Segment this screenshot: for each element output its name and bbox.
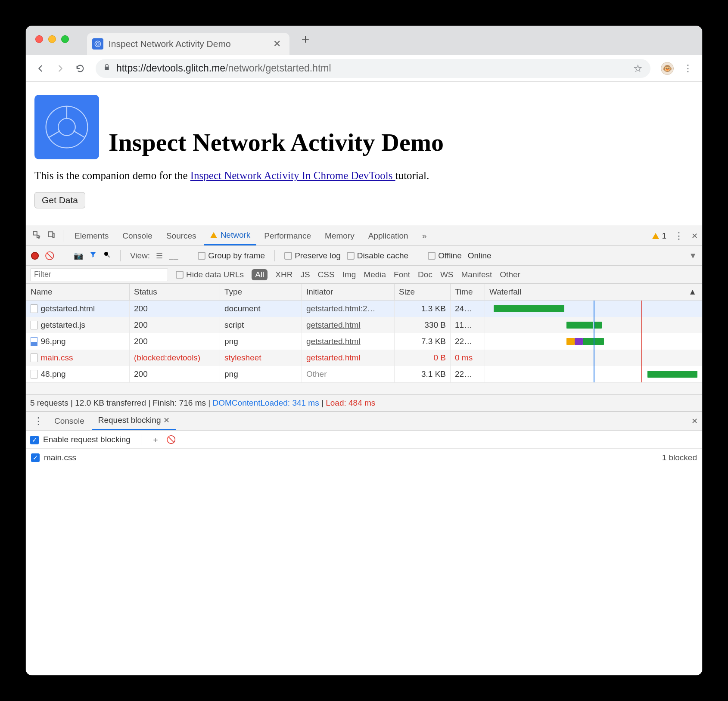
reload-button[interactable] bbox=[72, 60, 89, 77]
close-drawer-tab-button[interactable]: ✕ bbox=[163, 416, 170, 425]
filter-doc[interactable]: Doc bbox=[418, 270, 432, 279]
warnings-badge[interactable]: 1 bbox=[652, 231, 666, 241]
tab-application[interactable]: Application bbox=[362, 226, 414, 245]
col-name[interactable]: Name bbox=[26, 284, 130, 301]
browser-tab[interactable]: Inspect Network Activity Demo ✕ bbox=[87, 33, 289, 55]
col-status[interactable]: Status bbox=[130, 284, 220, 301]
filter-input[interactable] bbox=[30, 268, 168, 281]
camera-icon[interactable]: 📷 bbox=[74, 251, 83, 261]
drawer-tab-request-blocking[interactable]: Request blocking ✕ bbox=[92, 412, 176, 430]
device-toggle-icon[interactable] bbox=[45, 230, 58, 241]
initiator-link[interactable]: Other bbox=[306, 369, 327, 378]
col-initiator[interactable]: Initiator bbox=[302, 284, 395, 301]
col-time[interactable]: Time bbox=[451, 284, 485, 301]
chrome-logo-icon bbox=[34, 95, 99, 159]
hide-data-urls-checkbox[interactable]: Hide data URLs bbox=[176, 270, 244, 279]
col-type[interactable]: Type bbox=[220, 284, 302, 301]
bookmark-star-icon[interactable]: ☆ bbox=[633, 62, 643, 74]
table-row[interactable]: main.css(blocked:devtools)stylesheetgets… bbox=[26, 350, 702, 366]
offline-checkbox[interactable]: Offline bbox=[428, 251, 462, 261]
table-row[interactable]: 48.png200pngOther3.1 KB22… bbox=[26, 366, 702, 382]
disable-cache-checkbox[interactable]: Disable cache bbox=[347, 251, 408, 261]
svg-point-1 bbox=[96, 43, 99, 45]
waterfall-cell bbox=[489, 352, 697, 363]
tab-memory[interactable]: Memory bbox=[319, 226, 361, 245]
collapse-toolbar-icon[interactable]: ▼ bbox=[689, 251, 697, 261]
back-button[interactable] bbox=[32, 60, 49, 77]
tab-sources[interactable]: Sources bbox=[160, 226, 202, 245]
col-waterfall[interactable]: Waterfall▲ bbox=[485, 284, 702, 301]
search-icon[interactable] bbox=[103, 251, 111, 261]
col-size[interactable]: Size bbox=[395, 284, 451, 301]
close-drawer-button[interactable]: ✕ bbox=[691, 416, 698, 426]
file-icon bbox=[31, 321, 37, 329]
network-summary: 5 requests | 12.0 KB transferred | Finis… bbox=[26, 394, 702, 411]
chrome-menu-button[interactable]: ⋮ bbox=[680, 63, 696, 74]
tab-network[interactable]: Network bbox=[204, 226, 257, 245]
tab-console[interactable]: Console bbox=[116, 226, 159, 245]
view-label: View: bbox=[130, 251, 150, 261]
filter-icon[interactable] bbox=[89, 251, 97, 261]
throttling-select[interactable]: Online bbox=[468, 251, 492, 261]
devtools-favicon-icon bbox=[92, 38, 103, 50]
devtools: Elements Console Sources Network Perform… bbox=[26, 226, 702, 675]
drawer-tab-console[interactable]: Console bbox=[48, 412, 90, 430]
devtools-drawer: ⋮ Console Request blocking ✕ ✕ ✓Enable r… bbox=[26, 411, 702, 675]
remove-all-patterns-button[interactable]: 🚫 bbox=[166, 435, 176, 444]
minimize-window-button[interactable] bbox=[48, 35, 56, 43]
filter-css[interactable]: CSS bbox=[318, 270, 335, 279]
svg-point-3 bbox=[58, 118, 75, 136]
new-tab-button[interactable]: ＋ bbox=[289, 30, 321, 48]
devtools-close-button[interactable]: ✕ bbox=[691, 231, 698, 241]
filter-js[interactable]: JS bbox=[300, 270, 310, 279]
devtools-tabstrip: Elements Console Sources Network Perform… bbox=[26, 226, 702, 246]
initiator-link[interactable]: getstarted.html:2… bbox=[306, 304, 376, 313]
network-filter-row: Hide data URLs All XHR JS CSS Img Media … bbox=[26, 266, 702, 284]
clear-icon[interactable]: 🚫 bbox=[45, 251, 54, 261]
filter-manifest[interactable]: Manifest bbox=[461, 270, 492, 279]
network-table: Name Status Type Initiator Size Time Wat… bbox=[26, 284, 702, 382]
initiator-link[interactable]: getstarted.html bbox=[306, 337, 361, 346]
tab-performance[interactable]: Performance bbox=[258, 226, 317, 245]
add-pattern-button[interactable]: ＋ bbox=[152, 434, 159, 445]
profile-avatar[interactable]: 🐵 bbox=[661, 62, 674, 75]
url-path: /network/getstarted.html bbox=[225, 62, 331, 74]
blocked-pattern-row[interactable]: ✓ main.css 1 blocked bbox=[26, 449, 702, 467]
record-button[interactable] bbox=[31, 252, 39, 260]
inspect-element-icon[interactable] bbox=[30, 230, 43, 241]
group-by-frame-checkbox[interactable]: Group by frame bbox=[198, 251, 265, 261]
intro-link[interactable]: Inspect Network Activity In Chrome DevTo… bbox=[190, 170, 395, 181]
table-row[interactable]: getstarted.html200documentgetstarted.htm… bbox=[26, 301, 702, 317]
tab-elements[interactable]: Elements bbox=[68, 226, 115, 245]
table-row[interactable]: 96.png200pnggetstarted.html7.3 KB22… bbox=[26, 333, 702, 350]
more-tabs-button[interactable]: » bbox=[416, 226, 433, 245]
window-controls bbox=[35, 35, 69, 43]
overview-icon[interactable]: ⎯⎯ bbox=[169, 251, 178, 260]
forward-button[interactable] bbox=[52, 60, 69, 77]
maximize-window-button[interactable] bbox=[61, 35, 69, 43]
initiator-link[interactable]: getstarted.html bbox=[306, 320, 361, 329]
file-icon bbox=[31, 304, 37, 313]
preserve-log-checkbox[interactable]: Preserve log bbox=[284, 251, 341, 261]
url-bar[interactable]: https://devtools.glitch.me/network/getst… bbox=[96, 59, 650, 78]
get-data-button[interactable]: Get Data bbox=[34, 192, 85, 208]
close-tab-button[interactable]: ✕ bbox=[271, 38, 283, 50]
large-rows-icon[interactable]: ☰ bbox=[156, 251, 163, 261]
filter-img[interactable]: Img bbox=[342, 270, 356, 279]
tab-title: Inspect Network Activity Demo bbox=[109, 39, 271, 49]
close-window-button[interactable] bbox=[35, 35, 43, 43]
table-row[interactable]: getstarted.js200scriptgetstarted.html330… bbox=[26, 317, 702, 333]
initiator-link[interactable]: getstarted.html bbox=[306, 353, 361, 362]
filter-ws[interactable]: WS bbox=[440, 270, 454, 279]
filter-media[interactable]: Media bbox=[364, 270, 386, 279]
intro-post: tutorial. bbox=[395, 170, 429, 181]
filter-xhr[interactable]: XHR bbox=[275, 270, 292, 279]
summary-finish: Finish: 716 ms bbox=[153, 398, 206, 407]
enable-request-blocking-checkbox[interactable]: ✓Enable request blocking bbox=[30, 435, 131, 444]
devtools-menu-button[interactable]: ⋮ bbox=[671, 230, 687, 242]
filter-font[interactable]: Font bbox=[394, 270, 410, 279]
filter-other[interactable]: Other bbox=[500, 270, 520, 279]
drawer-menu-button[interactable]: ⋮ bbox=[30, 416, 47, 427]
filter-all[interactable]: All bbox=[252, 269, 268, 280]
checkbox-checked-icon: ✓ bbox=[30, 436, 39, 444]
